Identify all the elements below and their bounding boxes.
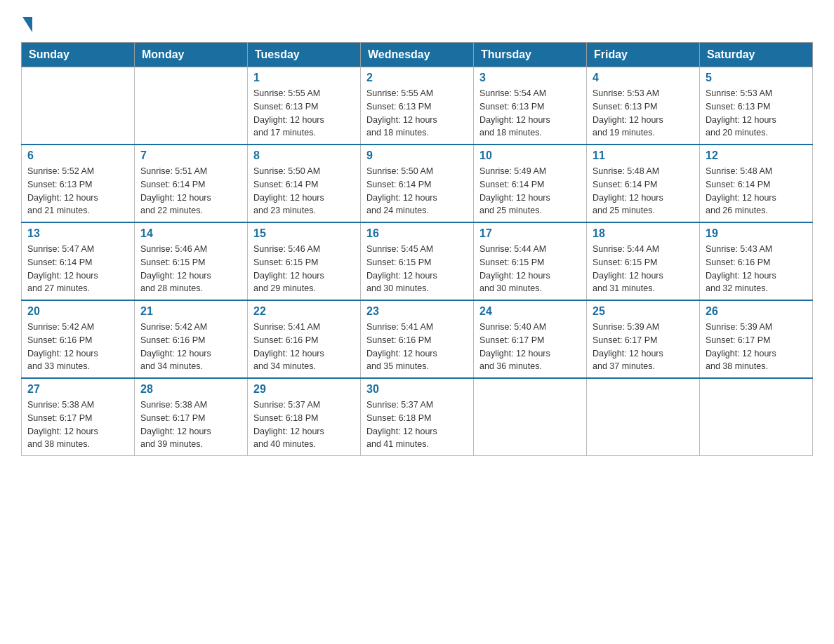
calendar-cell: 12Sunrise: 5:48 AM Sunset: 6:14 PM Dayli… <box>700 145 813 222</box>
calendar-cell: 25Sunrise: 5:39 AM Sunset: 6:17 PM Dayli… <box>587 300 700 378</box>
calendar-cell: 23Sunrise: 5:41 AM Sunset: 6:16 PM Dayli… <box>361 300 474 378</box>
day-number: 23 <box>366 305 468 318</box>
calendar-cell <box>22 67 135 145</box>
day-info: Sunrise: 5:55 AM Sunset: 6:13 PM Dayligh… <box>253 87 355 140</box>
day-number: 27 <box>27 383 128 396</box>
day-number: 22 <box>253 305 355 318</box>
calendar-week-row: 13Sunrise: 5:47 AM Sunset: 6:14 PM Dayli… <box>22 222 813 300</box>
day-info: Sunrise: 5:43 AM Sunset: 6:16 PM Dayligh… <box>706 243 807 295</box>
day-number: 7 <box>140 149 241 162</box>
calendar-cell: 20Sunrise: 5:42 AM Sunset: 6:16 PM Dayli… <box>22 300 135 378</box>
calendar-table: SundayMondayTuesdayWednesdayThursdayFrid… <box>21 42 813 456</box>
day-info: Sunrise: 5:37 AM Sunset: 6:18 PM Dayligh… <box>366 398 468 451</box>
day-info: Sunrise: 5:38 AM Sunset: 6:17 PM Dayligh… <box>140 398 241 451</box>
calendar-cell: 30Sunrise: 5:37 AM Sunset: 6:18 PM Dayli… <box>361 378 474 456</box>
day-number: 4 <box>593 72 694 84</box>
day-number: 17 <box>479 227 581 240</box>
calendar-cell: 1Sunrise: 5:55 AM Sunset: 6:13 PM Daylig… <box>248 67 361 145</box>
calendar-week-row: 6Sunrise: 5:52 AM Sunset: 6:13 PM Daylig… <box>22 145 813 222</box>
calendar-cell: 27Sunrise: 5:38 AM Sunset: 6:17 PM Dayli… <box>22 378 135 456</box>
day-info: Sunrise: 5:40 AM Sunset: 6:17 PM Dayligh… <box>479 321 581 373</box>
day-number: 29 <box>253 383 355 396</box>
calendar-cell: 21Sunrise: 5:42 AM Sunset: 6:16 PM Dayli… <box>135 300 248 378</box>
day-info: Sunrise: 5:51 AM Sunset: 6:14 PM Dayligh… <box>140 165 241 217</box>
calendar-cell: 29Sunrise: 5:37 AM Sunset: 6:18 PM Dayli… <box>248 378 361 456</box>
day-info: Sunrise: 5:52 AM Sunset: 6:13 PM Dayligh… <box>27 165 128 217</box>
day-info: Sunrise: 5:44 AM Sunset: 6:15 PM Dayligh… <box>479 243 581 295</box>
day-info: Sunrise: 5:49 AM Sunset: 6:14 PM Dayligh… <box>479 165 581 217</box>
day-number: 5 <box>706 72 807 84</box>
day-number: 15 <box>253 227 355 240</box>
calendar-header-row: SundayMondayTuesdayWednesdayThursdayFrid… <box>22 43 813 67</box>
calendar-cell: 22Sunrise: 5:41 AM Sunset: 6:16 PM Dayli… <box>248 300 361 378</box>
day-number: 19 <box>706 227 807 240</box>
calendar-cell: 6Sunrise: 5:52 AM Sunset: 6:13 PM Daylig… <box>22 145 135 222</box>
calendar-cell: 17Sunrise: 5:44 AM Sunset: 6:15 PM Dayli… <box>474 222 587 300</box>
day-info: Sunrise: 5:45 AM Sunset: 6:15 PM Dayligh… <box>366 243 468 295</box>
calendar-cell: 7Sunrise: 5:51 AM Sunset: 6:14 PM Daylig… <box>135 145 248 222</box>
day-info: Sunrise: 5:55 AM Sunset: 6:13 PM Dayligh… <box>366 87 468 140</box>
day-number: 24 <box>479 305 581 318</box>
day-number: 20 <box>27 305 128 318</box>
day-number: 13 <box>27 227 128 240</box>
day-number: 9 <box>366 149 468 162</box>
day-info: Sunrise: 5:41 AM Sunset: 6:16 PM Dayligh… <box>366 321 468 373</box>
calendar-cell: 15Sunrise: 5:46 AM Sunset: 6:15 PM Dayli… <box>248 222 361 300</box>
day-number: 14 <box>140 227 241 240</box>
day-number: 18 <box>593 227 694 240</box>
day-number: 11 <box>593 149 694 162</box>
day-info: Sunrise: 5:44 AM Sunset: 6:15 PM Dayligh… <box>593 243 694 295</box>
day-number: 3 <box>479 72 581 84</box>
day-info: Sunrise: 5:48 AM Sunset: 6:14 PM Dayligh… <box>706 165 807 217</box>
day-info: Sunrise: 5:53 AM Sunset: 6:13 PM Dayligh… <box>593 87 694 140</box>
column-header-thursday: Thursday <box>474 43 587 67</box>
day-number: 1 <box>253 72 355 84</box>
calendar-cell: 14Sunrise: 5:46 AM Sunset: 6:15 PM Dayli… <box>135 222 248 300</box>
day-info: Sunrise: 5:47 AM Sunset: 6:14 PM Dayligh… <box>27 243 128 295</box>
day-info: Sunrise: 5:42 AM Sunset: 6:16 PM Dayligh… <box>140 321 241 373</box>
column-header-monday: Monday <box>135 43 248 67</box>
day-number: 26 <box>706 305 807 318</box>
page-header <box>21 14 813 31</box>
day-info: Sunrise: 5:39 AM Sunset: 6:17 PM Dayligh… <box>593 321 694 373</box>
day-info: Sunrise: 5:42 AM Sunset: 6:16 PM Dayligh… <box>27 321 128 373</box>
day-info: Sunrise: 5:48 AM Sunset: 6:14 PM Dayligh… <box>593 165 694 217</box>
day-number: 25 <box>593 305 694 318</box>
calendar-cell: 5Sunrise: 5:53 AM Sunset: 6:13 PM Daylig… <box>700 67 813 145</box>
column-header-wednesday: Wednesday <box>361 43 474 67</box>
day-number: 16 <box>366 227 468 240</box>
day-number: 12 <box>706 149 807 162</box>
day-info: Sunrise: 5:53 AM Sunset: 6:13 PM Dayligh… <box>706 87 807 140</box>
calendar-cell: 28Sunrise: 5:38 AM Sunset: 6:17 PM Dayli… <box>135 378 248 456</box>
day-info: Sunrise: 5:41 AM Sunset: 6:16 PM Dayligh… <box>253 321 355 373</box>
logo <box>21 14 32 31</box>
column-header-tuesday: Tuesday <box>248 43 361 67</box>
day-number: 28 <box>140 383 241 396</box>
logo-arrow-icon <box>22 17 32 32</box>
day-info: Sunrise: 5:39 AM Sunset: 6:17 PM Dayligh… <box>706 321 807 373</box>
calendar-cell: 26Sunrise: 5:39 AM Sunset: 6:17 PM Dayli… <box>700 300 813 378</box>
calendar-cell <box>474 378 587 456</box>
day-info: Sunrise: 5:46 AM Sunset: 6:15 PM Dayligh… <box>140 243 241 295</box>
day-info: Sunrise: 5:38 AM Sunset: 6:17 PM Dayligh… <box>27 398 128 451</box>
calendar-cell: 9Sunrise: 5:50 AM Sunset: 6:14 PM Daylig… <box>361 145 474 222</box>
calendar-cell <box>587 378 700 456</box>
calendar-week-row: 27Sunrise: 5:38 AM Sunset: 6:17 PM Dayli… <box>22 378 813 456</box>
column-header-sunday: Sunday <box>22 43 135 67</box>
calendar-cell <box>135 67 248 145</box>
day-number: 6 <box>27 149 128 162</box>
calendar-cell: 8Sunrise: 5:50 AM Sunset: 6:14 PM Daylig… <box>248 145 361 222</box>
day-number: 2 <box>366 72 468 84</box>
calendar-cell: 4Sunrise: 5:53 AM Sunset: 6:13 PM Daylig… <box>587 67 700 145</box>
day-number: 30 <box>366 383 468 396</box>
calendar-cell: 10Sunrise: 5:49 AM Sunset: 6:14 PM Dayli… <box>474 145 587 222</box>
day-number: 21 <box>140 305 241 318</box>
calendar-week-row: 20Sunrise: 5:42 AM Sunset: 6:16 PM Dayli… <box>22 300 813 378</box>
calendar-cell: 11Sunrise: 5:48 AM Sunset: 6:14 PM Dayli… <box>587 145 700 222</box>
calendar-cell: 3Sunrise: 5:54 AM Sunset: 6:13 PM Daylig… <box>474 67 587 145</box>
calendar-cell: 24Sunrise: 5:40 AM Sunset: 6:17 PM Dayli… <box>474 300 587 378</box>
calendar-cell <box>700 378 813 456</box>
calendar-cell: 13Sunrise: 5:47 AM Sunset: 6:14 PM Dayli… <box>22 222 135 300</box>
calendar-week-row: 1Sunrise: 5:55 AM Sunset: 6:13 PM Daylig… <box>22 67 813 145</box>
day-info: Sunrise: 5:37 AM Sunset: 6:18 PM Dayligh… <box>253 398 355 451</box>
